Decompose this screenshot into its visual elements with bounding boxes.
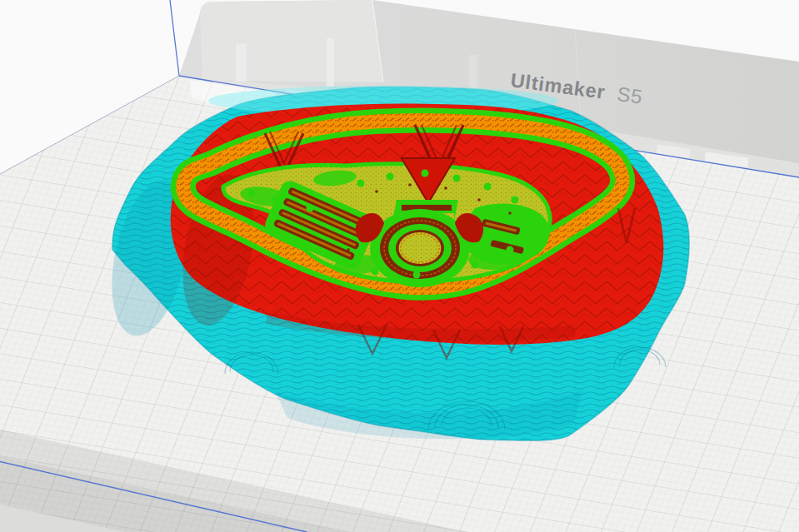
panel-highlight [327,38,334,87]
cura-3d-viewport[interactable]: Ultimaker S5 [0,0,799,532]
boss-center-yellow [399,232,442,264]
panel-highlight [236,43,247,82]
panel-highlight [469,55,477,90]
back-panel-left-section [200,0,383,82]
preview-scene: Ultimaker S5 [0,0,799,532]
printer-model-text: S5 [616,82,644,108]
